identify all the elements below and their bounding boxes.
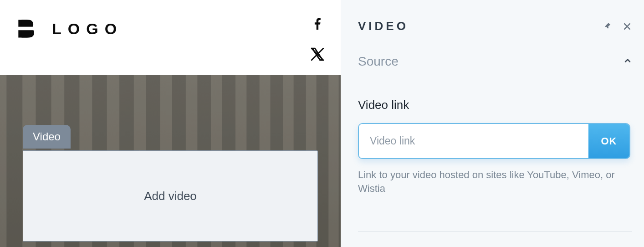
page-canvas: LOGO Video Add video <box>0 0 341 247</box>
ok-button[interactable]: OK <box>588 124 629 158</box>
section-title: Source <box>358 54 399 69</box>
facebook-icon[interactable] <box>310 15 325 31</box>
video-link-input[interactable] <box>359 124 588 158</box>
video-link-help-text: Link to your video hosted on sites like … <box>358 168 627 195</box>
x-twitter-icon[interactable] <box>310 46 325 62</box>
pin-icon[interactable] <box>602 21 612 31</box>
panel-divider <box>358 231 632 232</box>
close-icon[interactable] <box>622 21 632 31</box>
brand-text: LOGO <box>52 20 123 38</box>
brand: LOGO <box>16 16 123 41</box>
social-links <box>310 15 325 62</box>
site-header: LOGO <box>0 0 341 75</box>
video-block-placeholder[interactable]: Add video <box>23 150 318 242</box>
canvas-area: Video Add video <box>0 75 341 247</box>
settings-panel: VIDEO Source Video link OK Link to your … <box>341 0 644 247</box>
video-link-input-row: OK <box>358 123 630 159</box>
field-label-video-link: Video link <box>358 98 632 112</box>
svg-rect-0 <box>16 27 41 31</box>
panel-title: VIDEO <box>358 19 409 33</box>
section-source[interactable]: Source <box>358 54 632 69</box>
block-tag-video[interactable]: Video <box>23 125 71 149</box>
brand-mark-icon <box>16 16 41 41</box>
video-block-placeholder-label: Add video <box>144 189 197 203</box>
chevron-up-icon <box>623 56 632 67</box>
